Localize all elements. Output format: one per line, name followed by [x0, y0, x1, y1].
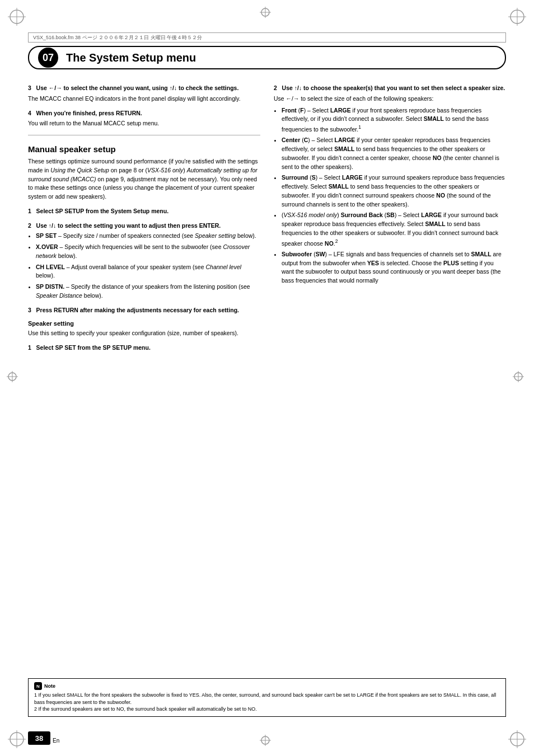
note-label: Note [44, 683, 55, 690]
speaker-setting-title: Speaker setting [28, 320, 260, 327]
mss-step2-heading: 2 Use ↑/↓ to select the setting you want… [28, 222, 260, 231]
left-column: 3 Use ←/→ to select the channel you want… [28, 78, 260, 354]
content-area: 3 Use ←/→ to select the channel you want… [28, 78, 506, 717]
mid-mark-top [259, 6, 275, 22]
note-line1: 1 If you select SMALL for the front spea… [34, 692, 500, 706]
bullet-spdistn: SP DISTN. – Specify the distance of your… [36, 283, 260, 300]
page-lang: En [53, 738, 59, 744]
ss-step1: 1 Select SP SET from the SP SETUP menu. [28, 344, 260, 353]
bullet-xover: X.OVER – Specify which frequencies will … [36, 243, 260, 261]
mss-step3-heading: 3 Press RETURN after making the adjustme… [28, 306, 260, 315]
chapter-number: 07 [38, 48, 58, 68]
corner-mark-tl [6, 6, 28, 28]
speaker-bullets: Front (F) – Select LARGE if your front s… [282, 106, 506, 285]
manual-speaker-setup-title: Manual speaker setup [28, 144, 260, 154]
page-number: 38 [28, 731, 50, 745]
note-line2: 2 If the surround speakers are set to NO… [34, 706, 500, 713]
mss-step2-bullets: SP SET – Specify size / number of speake… [36, 232, 260, 300]
bullet-front: Front (F) – Select LARGE if your front s… [282, 106, 506, 134]
mid-mark-bottom [259, 734, 275, 750]
bullet-subwoofer: Subwoofer (SW) – LFE signals and bass fr… [282, 250, 506, 285]
corner-mark-bl [6, 728, 28, 750]
step4-body: You will return to the Manual MCACC setu… [28, 119, 260, 128]
bullet-surround-back: (VSX-516 model only) Surround Back (SB) … [282, 211, 506, 248]
corner-mark-tr [506, 6, 528, 28]
header-text: VSX_516.book.fm 38 ページ ２００６年２月２１日 火曜日 午後… [33, 34, 202, 41]
note-box: N Note 1 If you select SMALL for the fro… [28, 678, 506, 717]
step3-body: The MCACC channel EQ indicators in the f… [28, 95, 260, 104]
divider [28, 135, 260, 135]
mss-step1-heading: 1 Select SP SETUP from the System Setup … [28, 207, 260, 216]
bullet-surround: Surround (S) – Select LARGE if your surr… [282, 173, 506, 209]
mid-mark-right [512, 370, 528, 387]
note-icon: N [34, 682, 42, 690]
mid-mark-left [6, 370, 22, 387]
bullet-chlevel: CH LEVEL – Adjust overall balance of you… [36, 263, 260, 281]
corner-mark-br [506, 728, 528, 750]
two-col-layout: 3 Use ←/→ to select the channel you want… [28, 78, 506, 354]
header-bar: VSX_516.book.fm 38 ページ ２００６年２月２１日 火曜日 午後… [28, 32, 506, 43]
rc-step2-body: Use ←/→ to select the size of each of th… [274, 95, 506, 104]
note-title: N Note [34, 682, 500, 690]
manual-speaker-setup-body: These settings optimize surround sound p… [28, 157, 260, 201]
right-column: 2 Use ↑/↓ to choose the speaker(s) that … [274, 78, 506, 354]
rc-step2-heading: 2 Use ↑/↓ to choose the speaker(s) that … [274, 84, 506, 93]
step3-heading: 3 Use ←/→ to select the channel you want… [28, 84, 260, 93]
chapter-title: The System Setup menu [66, 51, 196, 64]
bullet-spset: SP SET – Specify size / number of speake… [36, 232, 260, 241]
chapter-header: 07 The System Setup menu [28, 46, 506, 69]
step4-heading: 4 When you're finished, press RETURN. [28, 109, 260, 118]
bullet-center: Center (C) – Select LARGE if your center… [282, 136, 506, 171]
speaker-setting-body: Use this setting to specify your speaker… [28, 329, 260, 338]
